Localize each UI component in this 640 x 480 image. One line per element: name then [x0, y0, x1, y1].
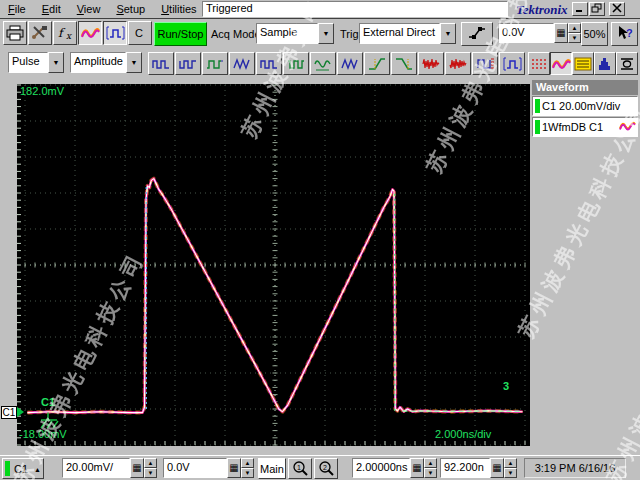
chevron-down-icon[interactable]: ▼	[126, 52, 142, 73]
keypad-icon[interactable]: ▦	[227, 458, 241, 478]
channel-color-stripe	[535, 99, 540, 113]
meas-frequency[interactable]	[310, 52, 336, 75]
run-stop-button[interactable]: Run/Stop	[154, 22, 207, 46]
vertical-scale-stepper: ▲ ▼	[144, 458, 157, 478]
meas-rise-time[interactable]	[364, 52, 390, 75]
menu-utilities[interactable]: Utilities	[153, 3, 204, 15]
trigger-status-text: Triggered	[206, 2, 253, 14]
scope-graticule[interactable]: 182.0mV -18.00mV 2.000ns/div 3 C1	[17, 84, 530, 446]
meas-positive-width[interactable]	[148, 52, 174, 75]
svg-text:2: 2	[323, 464, 327, 471]
menu-edit[interactable]: Edit	[34, 3, 69, 15]
keypad-icon[interactable]: ▦	[554, 23, 568, 43]
bottom-voltage-label: -18.00mV	[19, 428, 67, 440]
trigger-slope-button[interactable]	[461, 22, 493, 46]
trigger-level-stepper: ▲ ▼	[568, 23, 581, 43]
main-toolbar: fxC	[3, 21, 153, 45]
meas-overshoot[interactable]	[418, 52, 444, 75]
vertical-scale-input[interactable]: 20.00mV/	[62, 458, 130, 478]
step-down-button[interactable]: ▼	[424, 468, 437, 478]
trig-label: Trig	[340, 28, 359, 40]
step-down-button[interactable]: ▼	[568, 33, 581, 43]
waveform-row-wfmdb[interactable]: 1WfmDB C1	[532, 117, 638, 137]
meas-pulse-levels[interactable]	[472, 52, 498, 75]
acq-mode-label: Acq Mode	[211, 28, 261, 40]
channel-select-button[interactable]: C1 ▲	[2, 458, 44, 479]
menu-file[interactable]: File	[0, 3, 34, 15]
meas-fall-time[interactable]	[391, 52, 417, 75]
step-down-button[interactable]: ▼	[241, 468, 254, 478]
step-up-button[interactable]: ▲	[504, 458, 517, 468]
zoom2-button[interactable]: 2	[314, 458, 338, 479]
trig-source-value: External Direct	[359, 23, 440, 44]
display-eye-button[interactable]	[616, 52, 638, 75]
main-view-button[interactable]: Main	[258, 458, 286, 479]
scope-canvas[interactable]	[17, 84, 530, 446]
meas-negative-duty[interactable]	[283, 52, 309, 75]
menu-setup[interactable]: Setup	[108, 3, 153, 15]
trig-source-combo[interactable]: External Direct ▼	[359, 23, 456, 44]
display-mode-toolbar	[528, 52, 638, 75]
svg-text:f: f	[58, 26, 66, 40]
minimize-button[interactable]	[572, 2, 588, 16]
toolbox-button[interactable]	[28, 21, 52, 45]
context-help-button[interactable]: ?	[611, 22, 638, 46]
set-level-50-button[interactable]: 50%	[581, 22, 608, 46]
pulse-display-button[interactable]	[103, 21, 127, 45]
chevron-up-icon: ▲	[34, 463, 43, 473]
trigger-status-box: Triggered	[202, 1, 508, 17]
meas-amplitude[interactable]	[337, 52, 363, 75]
step-down-button[interactable]: ▼	[504, 468, 517, 478]
close-button[interactable]	[609, 2, 625, 16]
keypad-icon[interactable]: ▦	[410, 458, 424, 478]
datetime-display: 3:19 PM 6/16/16	[524, 458, 626, 478]
step-down-button[interactable]: ▼	[144, 468, 157, 478]
meas-burst-width[interactable]	[229, 52, 255, 75]
timebase-label: 2.000ns/div	[435, 428, 491, 440]
meas-positive-duty[interactable]	[256, 52, 282, 75]
meas-period[interactable]	[202, 52, 228, 75]
print-button[interactable]	[3, 21, 27, 45]
meas-n-pulse[interactable]	[499, 52, 525, 75]
channel-position-marker[interactable]: C1	[1, 406, 17, 419]
measure-type-combo[interactable]: Amplitude ▼	[70, 52, 142, 73]
chevron-down-icon[interactable]: ▼	[318, 23, 334, 44]
clear-button[interactable]: C	[128, 21, 152, 45]
waveform-row-scale[interactable]: C1 20.00mV/div	[532, 96, 638, 116]
trigger-level-input[interactable]: 0.0V	[498, 23, 554, 43]
horizontal-delay-stepper: ▲ ▼	[504, 458, 517, 478]
top-voltage-label: 182.0mV	[20, 85, 64, 97]
trace-channel-label: C1	[41, 396, 55, 408]
chevron-down-icon[interactable]: ▼	[48, 52, 64, 73]
measure-category-combo[interactable]: Pulse ▼	[8, 52, 64, 73]
step-up-button[interactable]: ▲	[241, 458, 254, 468]
acq-mode-value: Sample	[256, 23, 318, 44]
display-waveform-button[interactable]	[550, 52, 572, 75]
horizontal-delay-input[interactable]: 92.200n	[440, 458, 490, 478]
keypad-icon[interactable]: ▦	[130, 458, 144, 478]
timebase-input[interactable]: 2.00000ns	[352, 458, 410, 478]
acq-mode-combo[interactable]: Sample ▼	[256, 23, 334, 44]
step-up-button[interactable]: ▲	[424, 458, 437, 468]
menu-view[interactable]: View	[69, 3, 109, 15]
svg-text:x: x	[66, 31, 72, 41]
restore-button[interactable]	[589, 2, 605, 16]
vertical-offset-input[interactable]: 0.0V	[163, 458, 227, 478]
display-measure-button[interactable]	[572, 52, 594, 75]
meas-negative-width[interactable]	[175, 52, 201, 75]
display-histogram-button[interactable]	[594, 52, 616, 75]
zoom1-button[interactable]: 1	[288, 458, 312, 479]
waveform-panel-header: Waveform	[532, 80, 638, 95]
chevron-down-icon[interactable]: ▼	[440, 23, 456, 44]
step-up-button[interactable]: ▲	[568, 23, 581, 33]
math-fx-button[interactable]: fx	[53, 21, 77, 45]
channel-marker-arrow-icon	[17, 407, 24, 417]
step-up-button[interactable]: ▲	[144, 458, 157, 468]
meas-undershoot[interactable]	[445, 52, 471, 75]
svg-text:?: ?	[626, 27, 633, 39]
channel-color-stripe	[5, 461, 10, 476]
measure-category-value: Pulse	[8, 52, 48, 73]
waveform-display-button[interactable]	[78, 21, 102, 45]
keypad-icon[interactable]: ▦	[490, 458, 504, 478]
display-reference-button[interactable]	[528, 52, 550, 75]
